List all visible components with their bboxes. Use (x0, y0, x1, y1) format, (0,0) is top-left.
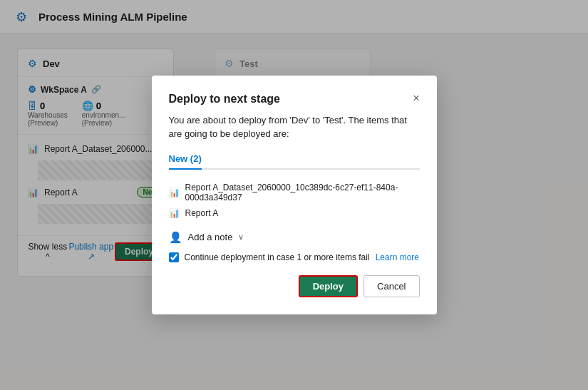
continue-deployment-row: Continue deployment in case 1 or more it… (169, 252, 420, 262)
learn-more-link[interactable]: Learn more (376, 252, 419, 262)
add-note-row: 👤 Add a note ∨ (169, 231, 420, 244)
cancel-modal-button[interactable]: Cancel (363, 275, 419, 297)
continue-deployment-label: Continue deployment in case 1 or more it… (185, 252, 370, 262)
modal-overlay: Deploy to next stage × You are about to … (0, 0, 588, 390)
modal-item-list: 📊 Report A_Dataset_2060000_10c389dc-6c27… (169, 180, 420, 221)
deploy-modal: Deploy to next stage × You are about to … (152, 76, 437, 314)
add-note-icon: 👤 (169, 231, 182, 244)
continue-deployment-checkbox[interactable] (169, 252, 179, 262)
deploy-modal-button[interactable]: Deploy (299, 275, 358, 297)
modal-item-dataset: Report A_Dataset_2060000_10c389dc-6c27-e… (185, 183, 420, 202)
modal-close-button[interactable]: × (413, 93, 419, 104)
modal-list-item: 📊 Report A (169, 205, 420, 221)
modal-report-icon: 📊 (169, 208, 180, 218)
modal-actions: Deploy Cancel (169, 275, 420, 297)
modal-tab-bar: New (2) (169, 150, 420, 170)
modal-description: You are about to deploy from 'Dev' to 'T… (169, 114, 420, 140)
modal-header: Deploy to next stage × (169, 93, 420, 106)
modal-list-item: 📊 Report A_Dataset_2060000_10c389dc-6c27… (169, 180, 420, 205)
modal-dataset-icon: 📊 (169, 188, 180, 197)
modal-title: Deploy to next stage (169, 93, 280, 106)
modal-item-report: Report A (185, 208, 219, 218)
add-note-chevron-icon: ∨ (238, 232, 244, 242)
add-note-button[interactable]: Add a note (188, 232, 233, 242)
tab-new[interactable]: New (2) (169, 150, 202, 170)
